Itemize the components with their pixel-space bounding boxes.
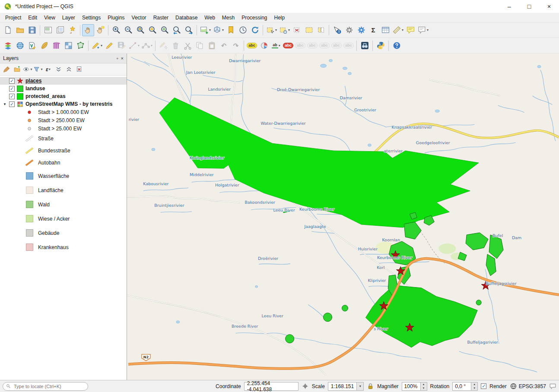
- new-temporary-scratch-layer-button[interactable]: [38, 40, 50, 52]
- help-contents-button[interactable]: [391, 40, 403, 52]
- filter-by-expression-button[interactable]: ε▾: [43, 64, 53, 74]
- zoom-last-button[interactable]: [171, 24, 183, 36]
- style-manager-button[interactable]: [66, 24, 78, 36]
- manage-map-themes-button[interactable]: ▾: [22, 64, 32, 74]
- protected-areas-checkbox[interactable]: [9, 94, 15, 99]
- legend-item-wasserfl-che[interactable]: Wasserfläche: [0, 169, 127, 183]
- filter-legend-button[interactable]: ▾: [33, 64, 43, 74]
- places-checkbox[interactable]: [9, 78, 15, 84]
- select-features-dropdown-icon[interactable]: ▾: [275, 28, 277, 32]
- zoom-to-selection-button[interactable]: [146, 24, 159, 36]
- legend-item-stadt-25-000-ew[interactable]: Stadt > 25.000 EW: [0, 124, 127, 133]
- expand-all-button[interactable]: [54, 64, 64, 74]
- toggle-extents-icon[interactable]: [302, 383, 309, 390]
- zoom-full-button[interactable]: [134, 24, 146, 36]
- locator-box[interactable]: [3, 382, 88, 391]
- landuse-checkbox[interactable]: [9, 86, 15, 92]
- magnifier-spin-arrows[interactable]: ▲▼: [420, 383, 427, 390]
- legend-item-stadt-250-000-ew[interactable]: Stadt > 250.000 EW: [0, 116, 127, 124]
- collapse-all-button[interactable]: [64, 64, 74, 74]
- current-edits-button[interactable]: ▾: [90, 40, 103, 52]
- select-features-by-value-button[interactable]: ▾: [278, 24, 291, 36]
- new-text-annotation-dropdown-icon[interactable]: ▾: [427, 28, 429, 32]
- menu-edit[interactable]: Edit: [25, 14, 41, 22]
- menu-project[interactable]: Project: [2, 14, 25, 22]
- menu-web[interactable]: Web: [201, 14, 218, 22]
- new-virtual-layer-button[interactable]: [50, 40, 62, 52]
- new-3d-map-view-button[interactable]: ▾: [212, 24, 225, 36]
- zoom-next-button[interactable]: [183, 24, 195, 36]
- show-layout-manager-button[interactable]: [54, 24, 66, 36]
- legend-item-landfl-che[interactable]: Landfläche: [0, 183, 127, 197]
- legend-item-wald[interactable]: Wald: [0, 197, 127, 212]
- layer-labeling-button[interactable]: abc: [246, 40, 258, 52]
- open-layer-styling-button[interactable]: [2, 64, 12, 74]
- select-features-button[interactable]: ▾: [265, 24, 278, 36]
- layer-diagram-button[interactable]: [258, 40, 270, 52]
- filter-by-expression-dropdown-icon[interactable]: ▾: [49, 67, 51, 71]
- legend-item-stadt-1-000-000-ew[interactable]: Stadt > 1.000.000 EW: [0, 108, 127, 116]
- identify-features-button[interactable]: [331, 24, 343, 36]
- render-checkbox[interactable]: [481, 383, 486, 389]
- highlight-pinned-labels-button[interactable]: abc: [282, 40, 294, 52]
- new-print-layout-button[interactable]: [42, 24, 54, 36]
- deselect-features-button[interactable]: [291, 24, 303, 36]
- filter-legend-dropdown-icon[interactable]: ▾: [41, 67, 42, 71]
- add-raster-layer-button[interactable]: [62, 40, 74, 52]
- pin-unpin-labels-button[interactable]: ab▾: [270, 40, 282, 52]
- temporal-controller-button[interactable]: [237, 24, 249, 36]
- osm-wms-checkbox[interactable]: [9, 101, 15, 107]
- add-group-button[interactable]: [12, 64, 22, 74]
- menu-help[interactable]: Help: [271, 14, 289, 22]
- vertex-tool-dropdown-icon[interactable]: ▾: [151, 44, 152, 47]
- open-attribute-table-button[interactable]: [379, 24, 391, 36]
- legend-item-krankenhaus[interactable]: Krankenhaus: [0, 240, 127, 254]
- new-shapefile-layer-button[interactable]: [26, 40, 38, 52]
- menu-database[interactable]: Database: [172, 14, 201, 22]
- processing-toolbox-button[interactable]: [355, 24, 367, 36]
- crs-status-button[interactable]: EPSG:3857: [510, 383, 546, 390]
- menu-vector[interactable]: Vector: [128, 14, 150, 22]
- menu-layer[interactable]: Layer: [59, 14, 79, 22]
- toggle-editing-button[interactable]: [103, 40, 115, 52]
- menu-processing[interactable]: Processing: [238, 14, 270, 22]
- new-project-button[interactable]: [2, 24, 14, 36]
- pin-unpin-labels-dropdown-icon[interactable]: ▾: [279, 44, 280, 47]
- zoom-out-button[interactable]: [122, 24, 134, 36]
- invert-selection-button[interactable]: [315, 24, 327, 36]
- zoom-to-layer-button[interactable]: [159, 24, 171, 36]
- data-source-manager-button[interactable]: [2, 40, 14, 52]
- select-all-features-button[interactable]: [303, 24, 315, 36]
- maximize-button[interactable]: □: [519, 0, 539, 13]
- python-console-button[interactable]: [375, 40, 387, 52]
- menu-plugins[interactable]: Plugins: [104, 14, 128, 22]
- new-map-view-dropdown-icon[interactable]: ▾: [209, 28, 211, 32]
- map-canvas[interactable]: N2 LeeurivierDwarriegarivierJan Lootsriv…: [127, 54, 559, 380]
- rotation-spin-arrows[interactable]: ▲▼: [471, 383, 477, 390]
- new-map-view-button[interactable]: ▾: [199, 24, 212, 36]
- add-feature-dropdown-icon[interactable]: ▾: [138, 44, 140, 47]
- add-wms-layer-button[interactable]: [14, 40, 26, 52]
- menu-view[interactable]: View: [41, 14, 59, 22]
- layer-item-osm-wms[interactable]: ▾ OpenStreetMap WMS - by terrestris: [0, 100, 127, 108]
- scale-combo[interactable]: 1:168.151 ▾: [328, 382, 364, 391]
- layer-item-protected-areas[interactable]: protected_areas: [0, 92, 127, 100]
- lock-scale-icon[interactable]: [367, 383, 374, 390]
- select-features-by-value-dropdown-icon[interactable]: ▾: [288, 28, 290, 32]
- open-project-button[interactable]: [14, 24, 26, 36]
- layer-item-landuse[interactable]: landuse: [0, 85, 127, 92]
- locator-input[interactable]: [13, 383, 85, 389]
- panel-close-button[interactable]: ×: [121, 56, 124, 61]
- statistical-summary-button[interactable]: Σ: [367, 24, 379, 36]
- menu-raster[interactable]: Raster: [150, 14, 172, 22]
- osm-place-search-button[interactable]: [359, 40, 371, 52]
- new-3d-map-view-dropdown-icon[interactable]: ▾: [222, 28, 224, 32]
- add-vector-layer-button[interactable]: [74, 40, 86, 52]
- legend-item-autobahn[interactable]: Autobahn: [0, 157, 127, 169]
- layer-item-places[interactable]: places: [0, 77, 127, 85]
- panel-float-button[interactable]: ▫: [117, 56, 118, 61]
- close-button[interactable]: ×: [539, 0, 559, 13]
- measure-line-button[interactable]: ▾: [391, 24, 404, 36]
- map-tips-button[interactable]: [404, 24, 416, 36]
- scale-dropdown-icon[interactable]: ▾: [356, 383, 363, 390]
